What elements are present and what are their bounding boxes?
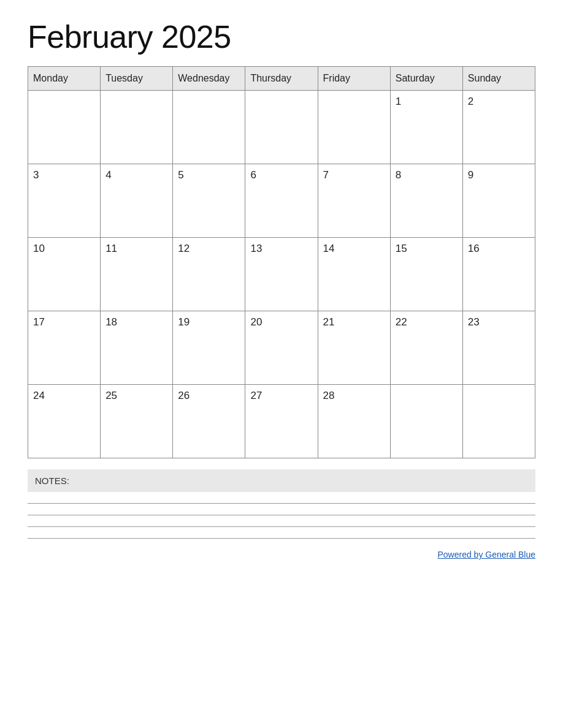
- calendar-day-cell: 25: [101, 385, 173, 458]
- powered-by: Powered by General Blue: [28, 550, 535, 559]
- calendar-day-cell: [101, 91, 173, 164]
- calendar-day-cell: 1: [390, 91, 462, 164]
- powered-by-link[interactable]: Powered by General Blue: [437, 550, 535, 559]
- calendar-week-row: 3456789: [28, 164, 535, 238]
- calendar-day-cell: 2: [462, 91, 535, 164]
- calendar-day-cell: 10: [28, 238, 101, 311]
- calendar-day-cell: 19: [173, 311, 245, 385]
- notes-line-2: [28, 515, 535, 515]
- calendar-day-cell: 23: [462, 311, 535, 385]
- notes-line-3: [28, 526, 535, 527]
- calendar-day-cell: 6: [245, 164, 318, 238]
- header-monday: Monday: [28, 67, 101, 91]
- calendar-day-cell: 13: [245, 238, 318, 311]
- calendar-day-cell: 12: [173, 238, 245, 311]
- calendar-header-row: MondayTuesdayWednesdayThursdayFridaySatu…: [28, 67, 535, 91]
- calendar-day-cell: 16: [462, 238, 535, 311]
- calendar-day-cell: 4: [101, 164, 173, 238]
- calendar-week-row: 12: [28, 91, 535, 164]
- notes-header: NOTES:: [28, 469, 535, 492]
- calendar-day-cell: 26: [173, 385, 245, 458]
- calendar-day-cell: 27: [245, 385, 318, 458]
- calendar-day-cell: 20: [245, 311, 318, 385]
- calendar-day-cell: [245, 91, 318, 164]
- calendar-day-cell: 14: [318, 238, 390, 311]
- calendar-day-cell: 5: [173, 164, 245, 238]
- calendar-week-row: 10111213141516: [28, 238, 535, 311]
- header-tuesday: Tuesday: [101, 67, 173, 91]
- calendar-week-row: 17181920212223: [28, 311, 535, 385]
- calendar-day-cell: 15: [390, 238, 462, 311]
- calendar-day-cell: 17: [28, 311, 101, 385]
- calendar-day-cell: 7: [318, 164, 390, 238]
- header-sunday: Sunday: [462, 67, 535, 91]
- notes-section: NOTES:: [28, 469, 535, 539]
- calendar-day-cell: 3: [28, 164, 101, 238]
- calendar-day-cell: [173, 91, 245, 164]
- header-wednesday: Wednesday: [173, 67, 245, 91]
- page-title: February 2025: [28, 18, 535, 55]
- notes-line-4: [28, 538, 535, 539]
- header-saturday: Saturday: [390, 67, 462, 91]
- calendar-day-cell: [28, 91, 101, 164]
- calendar-day-cell: 9: [462, 164, 535, 238]
- calendar-day-cell: 18: [101, 311, 173, 385]
- header-friday: Friday: [318, 67, 390, 91]
- calendar-day-cell: 22: [390, 311, 462, 385]
- calendar-day-cell: [462, 385, 535, 458]
- calendar-day-cell: 11: [101, 238, 173, 311]
- calendar-week-row: 2425262728: [28, 385, 535, 458]
- calendar-day-cell: 28: [318, 385, 390, 458]
- calendar-day-cell: 21: [318, 311, 390, 385]
- header-thursday: Thursday: [245, 67, 318, 91]
- calendar-day-cell: 8: [390, 164, 462, 238]
- calendar-day-cell: [318, 91, 390, 164]
- notes-line-1: [28, 503, 535, 504]
- calendar-day-cell: [390, 385, 462, 458]
- calendar-day-cell: 24: [28, 385, 101, 458]
- calendar-table: MondayTuesdayWednesdayThursdayFridaySatu…: [28, 66, 535, 458]
